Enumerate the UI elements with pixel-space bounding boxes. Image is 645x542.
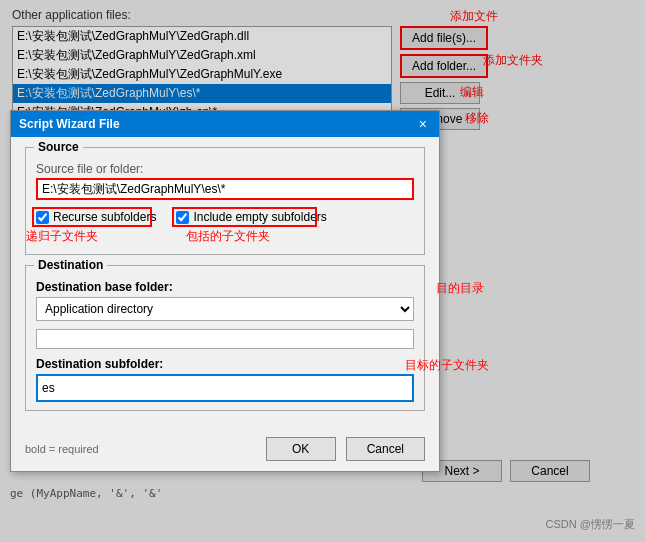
include-empty-checkbox-label[interactable]: Include empty subfolders [176,210,326,224]
dest-subfolder-label: Destination subfolder: [36,357,414,371]
include-empty-checkbox[interactable] [176,211,189,224]
ok-button[interactable]: OK [266,437,336,461]
annotation-dest: 目的目录 [436,280,484,297]
annotation-subfolder: 目标的子文件夹 [405,357,489,374]
annotation-include: 包括的子文件夹 [186,228,270,245]
dialog-buttons: OK Cancel [266,437,425,461]
dialog-close-button[interactable]: × [415,116,431,132]
source-group: Source Source file or folder: Recurse su… [25,147,425,255]
dialog-title: Script Wizard File [19,117,120,131]
destination-group: Destination Destination base folder: 目的目… [25,265,425,411]
destination-group-title: Destination [34,258,107,272]
recurse-checkbox[interactable] [36,211,49,224]
source-group-title: Source [34,140,83,154]
dest-subfolder-input[interactable] [36,374,414,402]
recurse-checkbox-label[interactable]: Recurse subfolders [36,210,156,224]
source-folder-label: Source file or folder: [36,162,414,176]
dest-base-dropdown[interactable]: Application directory {app} {tmp} {sys} [36,297,414,321]
annotation-recurse: 递归子文件夹 [26,228,98,245]
include-empty-label-text: Include empty subfolders [193,210,326,224]
dialog-body: Source Source file or folder: Recurse su… [11,137,439,431]
dialog-titlebar: Script Wizard File × [11,111,439,137]
script-wizard-dialog: Script Wizard File × Source Source file … [10,110,440,472]
recurse-label-text: Recurse subfolders [53,210,156,224]
dest-base-label: Destination base folder: [36,280,414,294]
checkbox-row: Recurse subfolders 递归子文件夹 Include empty … [36,210,414,224]
cancel-button[interactable]: Cancel [346,437,425,461]
dialog-footer: bold = required OK Cancel [11,431,439,471]
bold-required-label: bold = required [25,443,99,455]
dest-extra-input[interactable] [36,329,414,349]
source-folder-input[interactable] [36,178,414,200]
